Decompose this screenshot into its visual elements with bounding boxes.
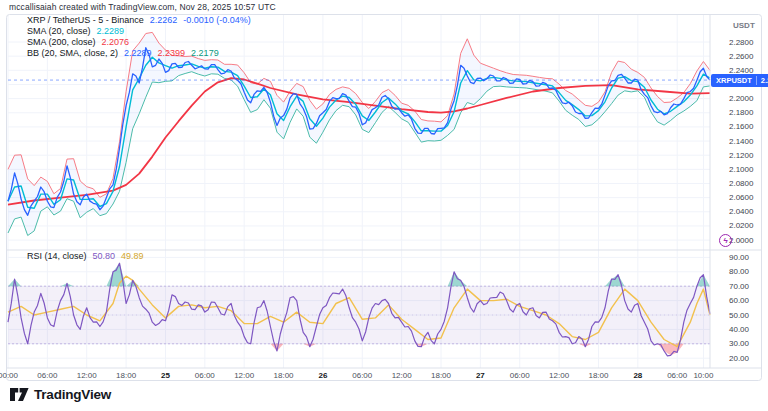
price-tick: 2.1800 [729, 108, 753, 117]
main-legend: XRP / TetherUS - 5 - Binance 2.2262 -0.0… [27, 15, 251, 59]
tradingview-snapshot: mccallisaiah created with TradingView.co… [0, 0, 768, 411]
time-label: 12:00 [549, 371, 569, 380]
badge-divider [756, 76, 757, 85]
tradingview-logo-mark [10, 387, 29, 402]
rsi-tick: 70.00 [729, 282, 749, 291]
price-tick: 2.1400 [729, 137, 753, 146]
rsi-tick: 60.00 [729, 296, 749, 305]
time-label: 06:00 [37, 371, 57, 380]
price-tick: 2.1600 [729, 122, 753, 131]
time-label: 18:00 [116, 371, 136, 380]
rsi-label: RSI (14, close) [27, 251, 87, 262]
price-tick: 2.0400 [729, 207, 753, 216]
time-label: 12:00 [77, 371, 97, 380]
time-label: 10:00 [693, 371, 713, 380]
bb-fill [8, 32, 710, 235]
time-label: 06:00 [667, 371, 687, 380]
time-label: 25 [161, 371, 170, 380]
rsi-tick: 20.00 [729, 354, 749, 363]
time-label: 18:00 [431, 371, 451, 380]
rsi-oversold-fill [8, 344, 710, 356]
sma20-legend-row[interactable]: SMA (20, close) 2.2289 [27, 26, 251, 37]
symbol-legend-row[interactable]: XRP / TetherUS - 5 - Binance 2.2262 -0.0… [27, 15, 251, 26]
time-label: 06:00 [195, 371, 215, 380]
time-label: 12:00 [392, 371, 412, 380]
sma20-label: SMA (20, close) [27, 26, 91, 37]
bb-basis-value: 2.2289 [124, 48, 152, 59]
time-label: 00:00 [0, 371, 18, 380]
rsi-ma-value: 49.89 [121, 251, 144, 262]
last-price-value: 2.2262 [150, 15, 178, 26]
rsi-legend: RSI (14, close) 50.80 49.89 [27, 251, 144, 262]
price-tick: 2.2800 [729, 38, 753, 47]
price-change-value: -0.0010 (-0.04%) [183, 15, 251, 26]
sma200-legend-row[interactable]: SMA (200, close) 2.2076 [27, 37, 251, 48]
price-tick: 2.0200 [729, 221, 753, 230]
bb-upper-value: 2.2399 [158, 48, 186, 59]
price-tick: 2.2600 [729, 52, 753, 61]
time-label: 28 [633, 371, 642, 380]
bb-legend-row[interactable]: BB (20, SMA, close, 2) 2.2289 2.2399 2.2… [27, 48, 251, 59]
rsi-tick: 90.00 [729, 253, 749, 262]
chart-canvas[interactable] [0, 0, 768, 411]
price-tick: 2.1200 [729, 151, 753, 160]
sma200-label: SMA (200, close) [27, 37, 96, 48]
time-label: 18:00 [588, 371, 608, 380]
symbol-title: XRP / TetherUS - 5 - Binance [27, 15, 144, 26]
price-tick: 2.2000 [729, 94, 753, 103]
rsi-tick: 30.00 [729, 339, 749, 348]
price-axis-currency: USDT [733, 21, 755, 30]
last-price-badge: XRPUSDT 2.2262 [711, 74, 768, 87]
price-tick: 2.1000 [729, 165, 753, 174]
time-label: 06:00 [352, 371, 372, 380]
badge-price: 2.2262 [759, 76, 768, 85]
time-label: 27 [476, 371, 485, 380]
rsi-tick: 50.00 [729, 311, 749, 320]
lightning-icon[interactable]: ϟ [719, 234, 732, 247]
tradingview-logo-text: TradingView [34, 387, 111, 402]
tradingview-logo[interactable]: TradingView [10, 387, 111, 402]
sma20-value: 2.2289 [97, 26, 125, 37]
bb-label: BB (20, SMA, close, 2) [27, 48, 118, 59]
rsi-tick: 80.00 [729, 267, 749, 276]
rsi-overbought-fill [8, 263, 710, 286]
rsi-value: 50.80 [93, 251, 116, 262]
bb-lower-value: 2.2179 [191, 48, 219, 59]
time-label: 12:00 [234, 371, 254, 380]
sma200-value: 2.2076 [102, 37, 130, 48]
time-label: 06:00 [510, 371, 530, 380]
price-tick: 2.0800 [729, 179, 753, 188]
rsi-tick: 40.00 [729, 325, 749, 334]
time-label: 18:00 [274, 371, 294, 380]
price-tick: 2.0600 [729, 193, 753, 202]
time-label: 26 [318, 371, 327, 380]
rsi-legend-row[interactable]: RSI (14, close) 50.80 49.89 [27, 251, 144, 262]
badge-symbol: XRPUSDT [714, 76, 754, 85]
price-tick: 2.0000 [729, 236, 753, 245]
